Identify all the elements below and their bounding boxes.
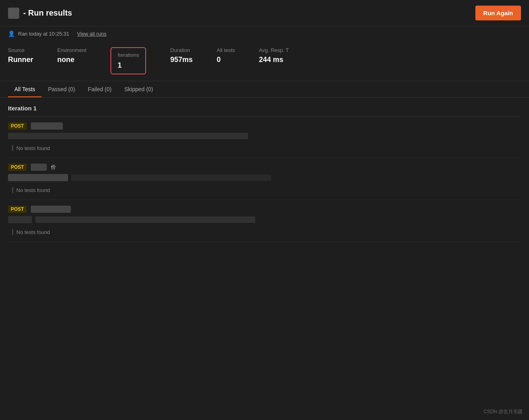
request-item-3: POST No tests found bbox=[8, 200, 521, 242]
request-top-1: POST bbox=[8, 122, 521, 130]
page-title: - Run results bbox=[23, 8, 72, 18]
tab-all-tests[interactable]: All Tests bbox=[8, 81, 42, 97]
stat-duration-label: Duration bbox=[170, 47, 192, 53]
request-name-blur-2a bbox=[31, 164, 47, 171]
stat-environment: Environment none bbox=[57, 47, 86, 64]
request-item-1: POST No tests found bbox=[8, 117, 521, 158]
stat-avg-resp-value: 244 ms bbox=[259, 56, 289, 64]
stat-iterations-value: 1 bbox=[118, 61, 139, 70]
stat-iterations-label: Iterations bbox=[118, 52, 139, 58]
request-url-row-1 bbox=[8, 133, 521, 139]
request-url-blur-3 bbox=[35, 216, 255, 223]
tab-failed[interactable]: Failed (0) bbox=[82, 81, 118, 97]
method-badge-3: POST bbox=[8, 206, 27, 213]
iteration-heading: Iteration 1 bbox=[8, 98, 521, 117]
stats-row: Source Runner Environment none Iteration… bbox=[0, 41, 529, 81]
ran-time-text: Ran today at 10:25:31 bbox=[18, 31, 69, 37]
avatar bbox=[8, 8, 19, 19]
separator: · bbox=[72, 31, 74, 37]
stat-all-tests: All tests 0 bbox=[217, 47, 235, 64]
user-icon: 👤 bbox=[8, 30, 15, 37]
stat-environment-label: Environment bbox=[57, 47, 86, 53]
no-tests-label-3: No tests found bbox=[8, 226, 521, 236]
no-tests-label-1: No tests found bbox=[8, 142, 521, 152]
stat-avg-resp: Avg. Resp. T 244 ms bbox=[259, 47, 289, 64]
stat-iterations: Iterations 1 bbox=[110, 47, 146, 74]
request-chinese-text-2: 价 bbox=[51, 164, 56, 171]
tab-passed[interactable]: Passed (0) bbox=[42, 81, 82, 97]
no-tests-bar-2 bbox=[12, 187, 13, 193]
header-left: - Run results bbox=[8, 8, 72, 19]
watermark: CSDN @玄月无疆 bbox=[483, 408, 523, 415]
request-top-2: POST 价 bbox=[8, 164, 521, 171]
stat-all-tests-value: 0 bbox=[217, 56, 235, 64]
method-badge-2: POST bbox=[8, 164, 27, 171]
request-url-row-2 bbox=[8, 174, 521, 181]
request-url-blur-2 bbox=[71, 174, 271, 181]
no-tests-bar-3 bbox=[12, 229, 13, 235]
run-again-button[interactable]: Run Again bbox=[475, 6, 521, 20]
request-url-text-blur-3a bbox=[8, 216, 32, 223]
header: - Run results Run Again bbox=[0, 0, 529, 26]
request-name-blur-2b bbox=[8, 174, 68, 181]
request-url-blur-1 bbox=[8, 133, 248, 139]
content-area: Iteration 1 POST No tests found POST 价 N… bbox=[0, 98, 529, 242]
tab-skipped[interactable]: Skipped (0) bbox=[118, 81, 160, 97]
no-tests-label-2: No tests found bbox=[8, 184, 521, 194]
stat-environment-value: none bbox=[57, 56, 86, 64]
view-all-runs-link[interactable]: View all runs bbox=[77, 31, 106, 37]
ran-info-bar: 👤 Ran today at 10:25:31 · View all runs bbox=[0, 26, 529, 41]
request-name-blur-1 bbox=[31, 122, 63, 130]
stat-all-tests-label: All tests bbox=[217, 47, 235, 53]
stat-source-value: Runner bbox=[8, 56, 33, 64]
method-badge-1: POST bbox=[8, 122, 27, 130]
request-item-2: POST 价 No tests found bbox=[8, 158, 521, 200]
stat-avg-resp-label: Avg. Resp. T bbox=[259, 47, 289, 53]
stat-source: Source Runner bbox=[8, 47, 33, 64]
tabs-row: All Tests Passed (0) Failed (0) Skipped … bbox=[0, 81, 529, 98]
no-tests-bar-1 bbox=[12, 145, 13, 151]
stat-duration: Duration 957ms bbox=[170, 47, 192, 64]
request-top-3: POST bbox=[8, 206, 521, 213]
stat-source-label: Source bbox=[8, 47, 33, 53]
stat-duration-value: 957ms bbox=[170, 56, 192, 64]
request-url-row-3 bbox=[8, 216, 521, 223]
request-name-blur-3 bbox=[31, 206, 71, 213]
